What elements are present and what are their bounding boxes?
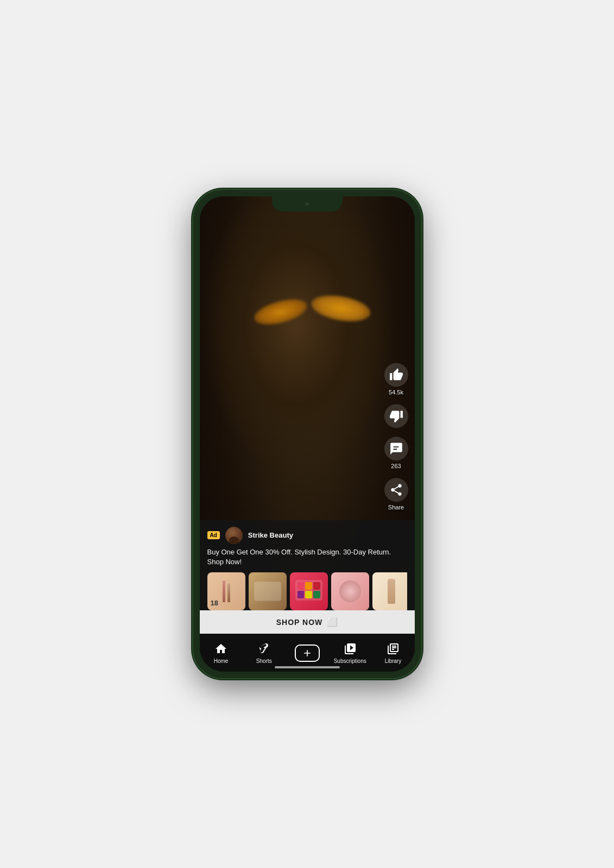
phone-wrapper: 54.5k 26 <box>177 174 438 694</box>
camera-dot <box>305 201 310 207</box>
like-button[interactable]: 54.5k <box>384 363 408 395</box>
face-overlay <box>200 196 415 482</box>
product-thumbnails: 18 <box>207 572 407 610</box>
product-thumb-1-label: 18 <box>211 599 218 607</box>
comment-count: 263 <box>391 463 401 469</box>
ad-badge: Ad <box>207 531 220 539</box>
comment-icon <box>384 437 408 461</box>
product-thumb-1[interactable]: 18 <box>207 572 245 610</box>
shop-now-button[interactable]: SHOP NOW ⬜ <box>200 610 415 634</box>
share-icon <box>384 478 408 502</box>
nav-library[interactable]: Library <box>371 642 414 664</box>
nav-shorts-label: Shorts <box>256 658 272 664</box>
product-thumb-3[interactable] <box>290 572 328 610</box>
shorts-icon <box>257 642 271 656</box>
nav-library-label: Library <box>385 658 402 664</box>
home-indicator <box>275 666 340 668</box>
product-thumb-5[interactable] <box>372 572 407 610</box>
nav-home[interactable]: Home <box>200 642 243 664</box>
product-thumb-2[interactable] <box>249 572 287 610</box>
shop-now-label: SHOP NOW <box>276 618 323 627</box>
home-icon <box>214 642 228 656</box>
product-thumb-4[interactable] <box>331 572 369 610</box>
nav-subscriptions-label: Subscriptions <box>334 658 366 664</box>
nav-create[interactable] <box>286 644 328 662</box>
nav-subscriptions[interactable]: Subscriptions <box>328 642 371 664</box>
subscriptions-icon <box>343 642 357 656</box>
ad-description: Buy One Get One 30% Off. Stylish Design.… <box>207 547 407 567</box>
notch <box>272 196 343 212</box>
action-buttons: 54.5k 26 <box>384 363 408 510</box>
like-count: 54.5k <box>389 389 403 395</box>
screen: 54.5k 26 <box>200 196 415 672</box>
advertiser-avatar <box>225 527 243 544</box>
share-button[interactable]: Share <box>384 478 408 510</box>
ad-header: Ad Strike Beauty <box>207 527 407 544</box>
nav-home-label: Home <box>214 658 229 664</box>
comment-button[interactable]: 263 <box>384 437 408 469</box>
external-link-icon: ⬜ <box>327 617 338 627</box>
dislike-icon <box>384 404 408 428</box>
share-label: Share <box>388 504 404 510</box>
library-icon <box>386 642 400 656</box>
advertiser-name: Strike Beauty <box>248 531 293 539</box>
phone-body: 54.5k 26 <box>193 190 421 678</box>
like-icon <box>384 363 408 387</box>
ad-panel: Ad Strike Beauty Buy One Get One 30% Off… <box>200 520 415 634</box>
dislike-button[interactable] <box>384 404 408 428</box>
create-button-icon <box>295 644 320 662</box>
nav-shorts[interactable]: Shorts <box>243 642 286 664</box>
